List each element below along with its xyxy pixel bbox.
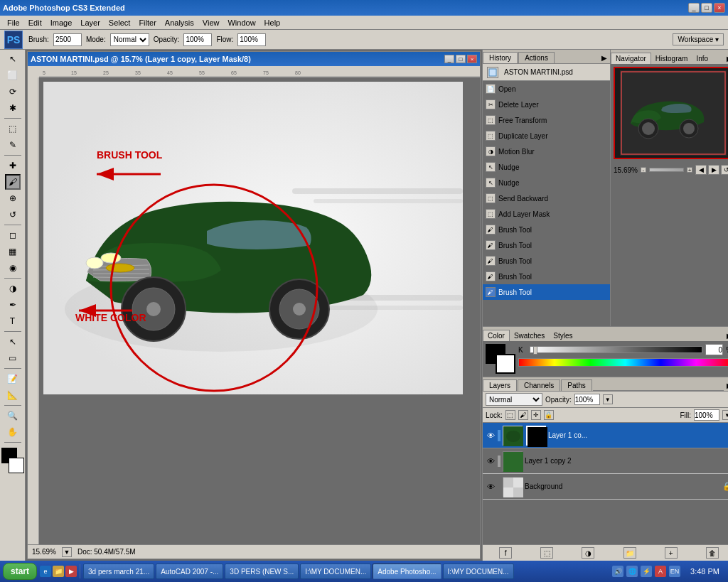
opacity-input[interactable] [183,33,212,46]
color-panel-menu[interactable]: ▶ [724,330,728,341]
menu-edit[interactable]: Edit [24,17,46,28]
main-canvas-area[interactable]: BRUSH TOOL [39,77,480,544]
tab-styles[interactable]: Styles [549,330,577,341]
menu-file[interactable]: File [3,17,24,28]
tool-heal[interactable]: ✚ [5,158,21,173]
tray-icon-2[interactable]: 🌐 [626,566,638,577]
tab-channels[interactable]: Channels [518,379,560,391]
flow-input[interactable] [237,33,266,46]
history-item-nudge2[interactable]: ↖ Nudge [483,175,610,190]
menu-analysis[interactable]: Analysis [161,17,198,28]
lock-image[interactable]: 🖌 [518,410,528,420]
fg-bg-colors[interactable] [1,448,24,473]
quick-ie-icon[interactable]: e [40,566,51,577]
tool-eyedropper[interactable]: ✎ [5,137,21,153]
quick-media-icon[interactable]: ▶ [65,566,77,577]
tab-actions[interactable]: Actions [518,52,555,63]
brush-size-input[interactable] [53,33,82,46]
menu-filter[interactable]: Filter [134,17,160,28]
menu-select[interactable]: Select [105,17,135,28]
menu-layer[interactable]: Layer [76,17,105,28]
layer-blend-mode[interactable]: Normal [486,393,542,406]
layer-eye-1[interactable]: 👁 [486,431,496,441]
layer-item-background[interactable]: 👁 Background 🔒 [483,474,728,500]
tool-history-brush[interactable]: ↺ [5,207,21,222]
tool-notes[interactable]: 📝 [5,371,21,387]
tray-icon-5[interactable]: EN [669,566,680,577]
tool-dodge[interactable]: ◑ [5,281,21,296]
layer-style-btn[interactable]: f [499,547,512,559]
nav-btn3[interactable]: ↺ [721,165,728,175]
tab-info[interactable]: Info [692,53,712,64]
blend-mode-select[interactable]: Normal [110,33,149,46]
zoom-out-btn[interactable]: - [641,167,646,173]
lock-transparent[interactable]: ⬚ [505,410,515,420]
color-background-swatch[interactable] [496,354,515,374]
history-item-send-backward[interactable]: ⬚ Send Backward [483,190,610,206]
ps-close[interactable]: × [467,55,477,63]
nav-panel-menu[interactable]: ▶ [724,53,728,64]
layer-link-1[interactable] [498,430,500,441]
tab-navigator[interactable]: Navigator [611,53,651,64]
tab-layers[interactable]: Layers [483,379,517,391]
nav-btn1[interactable]: ◀ [695,165,707,175]
layer-eye-bg[interactable]: 👁 [486,482,496,492]
tool-path-select[interactable]: ↖ [5,334,21,350]
ps-window-controls[interactable]: _ □ × [444,55,477,63]
history-item-free-transform[interactable]: ⬚ Free Transform [483,112,610,128]
history-item-brush1[interactable]: 🖌 Brush Tool [483,222,610,237]
color-spectrum-bar[interactable] [518,358,728,367]
opacity-slider-btn[interactable]: ▼ [603,394,613,404]
menu-window[interactable]: Window [223,17,259,28]
layer-fill[interactable] [694,409,719,421]
layer-item-1-copy-2[interactable]: 👁 Layer 1 copy 2 [483,448,728,474]
tool-measure[interactable]: 📐 [5,387,21,403]
tab-swatches[interactable]: Swatches [510,330,549,341]
tab-history[interactable]: History [483,52,518,63]
tool-shape[interactable]: ▭ [5,350,21,366]
history-item-delete-layer[interactable]: ✂ Delete Layer [483,97,610,112]
workspace-button[interactable]: Workspace ▾ [673,33,724,45]
tool-eraser[interactable]: ◻ [5,227,21,243]
history-item-nudge1[interactable]: ↖ Nudge [483,159,610,175]
quick-folder-icon[interactable]: 📁 [53,566,64,577]
tool-hand[interactable]: ✋ [5,424,21,440]
tool-brush[interactable]: 🖌 [5,174,21,190]
history-item-brush4[interactable]: 🖌 Brush Tool [483,269,610,284]
layer-delete-btn[interactable]: 🗑 [706,547,719,559]
tab-paths[interactable]: Paths [561,379,592,391]
background-color[interactable] [9,458,24,473]
history-item-brush5[interactable]: 🖌 Brush Tool [483,284,610,300]
zoom-menu[interactable]: ▼ [62,547,72,557]
close-button[interactable]: × [714,3,725,13]
tool-crop[interactable]: ⬚ [5,121,21,136]
menu-image[interactable]: Image [46,17,77,28]
tray-icon-1[interactable]: 🔊 [612,566,623,577]
tool-text[interactable]: T [5,313,21,329]
color-k-value[interactable] [705,344,723,355]
menu-view[interactable]: View [198,17,224,28]
layer-item-1-copy[interactable]: 👁 Layer 1 co... [483,423,728,448]
lock-all[interactable]: 🔒 [544,410,554,420]
history-item-brush2[interactable]: 🖌 Brush Tool [483,237,610,253]
layer-eye-2[interactable]: 👁 [486,456,496,466]
history-item-duplicate-layer[interactable]: ⬚ Duplicate Layer [483,128,610,144]
color-k-handle[interactable] [533,346,537,355]
title-bar-buttons[interactable]: _ □ × [688,3,725,13]
menu-help[interactable]: Help [260,17,285,28]
layer-opacity[interactable] [574,394,600,405]
history-item-brush3[interactable]: 🖌 Brush Tool [483,253,610,269]
history-panel-menu[interactable]: ▶ [599,53,610,63]
fill-slider-btn[interactable]: ▼ [722,410,728,420]
start-button[interactable]: start [3,563,37,580]
tool-gradient[interactable]: ▦ [5,244,21,259]
tool-blur[interactable]: ◉ [5,260,21,276]
history-item-motion-blur[interactable]: ◑ Motion Blur [483,144,610,159]
taskbar-item-3dpers[interactable]: 3d pers march 21... [83,564,154,579]
tool-magic-wand[interactable]: ✱ [5,100,21,116]
tool-lasso[interactable]: ⟳ [5,84,21,99]
history-item-add-mask[interactable]: ⬚ Add Layer Mask [483,206,610,222]
layer-link-2[interactable] [498,456,500,467]
zoom-in-btn[interactable]: + [687,167,692,173]
tab-color[interactable]: Color [483,330,510,341]
